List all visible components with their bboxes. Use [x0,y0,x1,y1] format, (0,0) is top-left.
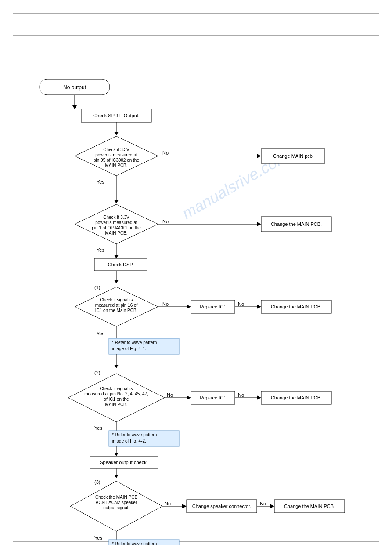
change-main-pcb-2: Change the MAIN PCB. [271,221,322,227]
svg-marker-34 [187,305,191,309]
svg-text:Check if signal is: Check if signal is [100,297,133,302]
svg-marker-60 [114,475,119,478]
replace-ic1-1-no: No [238,301,244,307]
svg-marker-12 [257,154,261,158]
svg-marker-42 [114,365,119,368]
svg-text:measured at pin 16 of: measured at pin 16 of [95,303,138,308]
svg-marker-25 [114,255,119,258]
svg-text:output signal.: output signal. [103,505,129,510]
note2-line1: * Refer to wave pattern [112,432,157,437]
check-spdif-label: Check SPDIF Output. [93,113,140,118]
diamond4-yes-label: Yes [94,425,102,431]
diamond5-yes-label: Yes [94,535,102,540]
change-main-pcb-4: Change the MAIN PCB. [271,395,322,400]
svg-text:Check if 3.3V: Check if 3.3V [103,215,129,220]
page: manualsrive.com No output Check SPDIF Ou… [0,0,392,555]
svg-marker-37 [257,305,261,309]
diamond3-no-label: No [162,301,169,307]
svg-text:pin 95 of IC3002 on the: pin 95 of IC3002 on the [94,158,139,163]
svg-marker-52 [257,395,261,400]
svg-text:measured at pin No. 2, 4, 45, : measured at pin No. 2, 4, 45, 47, [84,392,148,396]
diamond5-no-label: No [165,501,171,506]
change-main-pcb-3: Change the MAIN PCB. [271,304,322,309]
diamond1-no-label: No [162,150,169,156]
flowchart-svg: No output Check SPDIF Output. Check if 3… [0,35,392,545]
label-3: (3) [94,479,100,485]
diamond1-yes-label: Yes [97,179,104,185]
label-1: (1) [94,285,100,290]
speaker-output-check: Speaker output check. [100,460,147,465]
svg-text:IC1 on the Main PCB.: IC1 on the Main PCB. [95,308,138,313]
svg-text:pin 1 of OPJACK1 on the: pin 1 of OPJACK1 on the [92,225,141,230]
svg-marker-49 [187,395,191,400]
svg-marker-22 [257,222,261,226]
replace-ic1-1: Replace IC1 [200,304,227,309]
svg-marker-5 [114,132,119,135]
diamond2-no-label: No [162,219,169,224]
change-main-pcb-1: Change MAIN pcb [273,153,313,159]
diamond4-no-label: No [167,392,173,398]
svg-text:Check if signal is: Check if signal is [100,386,133,391]
start-label: No output [63,84,86,91]
replace-ic1-2: Replace IC1 [200,395,227,400]
change-speaker-connector: Change speaker connector. [192,504,252,509]
label-2: (2) [94,370,100,375]
svg-text:MAIN PCB.: MAIN PCB. [105,231,127,236]
svg-marker-2 [72,105,77,109]
svg-marker-15 [114,200,119,203]
svg-marker-66 [182,504,187,508]
svg-text:ACN1,ACN2 speaker: ACN1,ACN2 speaker [96,500,137,505]
change-speaker-connector-no: No [260,501,266,506]
svg-text:MAIN PCB.: MAIN PCB. [105,402,127,407]
diamond2-yes-label: Yes [97,247,104,253]
svg-marker-69 [270,504,274,508]
change-main-pcb-5: Change the MAIN PCB. [284,504,335,509]
check-dsp-label: Check DSP. [108,262,134,267]
svg-text:power is measured at: power is measured at [95,152,137,157]
svg-text:of IC1 on the: of IC1 on the [104,397,129,402]
svg-text:Check the MAIN PCB: Check the MAIN PCB [95,495,137,500]
svg-marker-28 [114,280,119,283]
diamond3-yes-label: Yes [97,331,104,336]
note3-line1: * Refer to wave pattern [112,541,157,545]
note1-line2: image of Fig. 4-1. [112,346,146,351]
note2-line2: image of Fig. 4-2. [112,439,146,443]
svg-text:power is measured at: power is measured at [95,220,137,225]
note1-line1: * Refer to wave pattern [112,340,157,345]
replace-ic1-2-no: No [238,392,244,398]
svg-text:Check if 3.3V: Check if 3.3V [103,147,129,152]
svg-text:MAIN PCB.: MAIN PCB. [105,163,127,168]
top-rule [13,13,379,14]
svg-marker-57 [114,453,119,456]
